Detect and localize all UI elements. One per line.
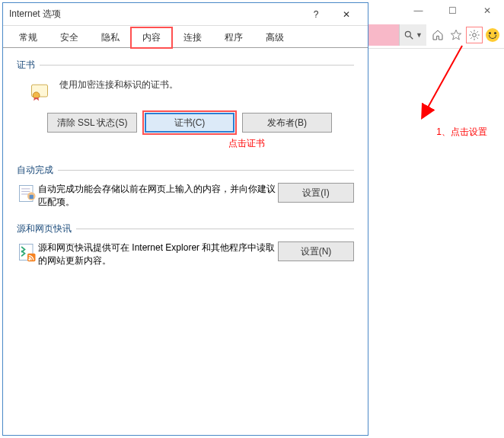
group-title-autocomplete: 自动完成 bbox=[17, 164, 58, 177]
close-icon: ✕ bbox=[343, 9, 350, 20]
tab-content[interactable]: 内容 bbox=[131, 27, 172, 48]
clear-ssl-button[interactable]: 清除 SSL 状态(S) bbox=[47, 113, 137, 133]
close-button[interactable]: ✕ bbox=[470, 0, 504, 21]
tab-general[interactable]: 常规 bbox=[8, 27, 49, 48]
maximize-icon: ☐ bbox=[448, 5, 457, 16]
minimize-button[interactable]: — bbox=[401, 0, 435, 21]
tab-security[interactable]: 安全 bbox=[49, 27, 90, 48]
divider bbox=[40, 65, 354, 66]
tab-connections[interactable]: 连接 bbox=[172, 27, 213, 48]
dialog-title-bar: Internet 选项 ? ✕ bbox=[3, 3, 368, 26]
certificates-button[interactable]: 证书(C) bbox=[145, 113, 234, 133]
search-icon bbox=[404, 30, 414, 40]
certificates-desc: 使用加密连接和标识的证书。 bbox=[59, 78, 354, 92]
internet-options-dialog: Internet 选项 ? ✕ 常规 安全 隐私 内容 连接 程序 高级 证书 … bbox=[2, 2, 368, 436]
annotation-step1: 1、点击设置 bbox=[436, 126, 487, 139]
dialog-help-button[interactable]: ? bbox=[301, 4, 331, 25]
group-head-autocomplete: 自动完成 bbox=[17, 164, 354, 177]
group-certificates: 证书 使用加密连接和标识的证书。 清除 SSL 状态(S) 证书(C) 发布者(… bbox=[17, 59, 354, 150]
certificate-icon bbox=[27, 79, 52, 104]
svg-rect-13 bbox=[27, 254, 36, 262]
dialog-title: Internet 选项 bbox=[9, 8, 301, 21]
star-icon bbox=[450, 29, 462, 41]
browser-toolbar: ▼ bbox=[368, 21, 504, 49]
certificates-row: 使用加密连接和标识的证书。 bbox=[17, 78, 354, 104]
feedback-button[interactable] bbox=[484, 27, 501, 43]
address-bar[interactable] bbox=[368, 24, 399, 46]
feeds-row: 源和网页快讯提供可在 Internet Explorer 和其他程序中读取的网站… bbox=[17, 241, 354, 267]
svg-rect-11 bbox=[30, 195, 33, 199]
divider bbox=[76, 229, 354, 229]
search-dropdown-icon: ▼ bbox=[416, 31, 423, 39]
group-title-certificates: 证书 bbox=[17, 59, 40, 72]
home-button[interactable] bbox=[429, 27, 446, 43]
home-icon bbox=[432, 29, 444, 41]
toolbar-icons bbox=[426, 27, 504, 43]
maximize-button[interactable]: ☐ bbox=[435, 0, 470, 21]
svg-line-1 bbox=[410, 36, 413, 39]
annotation-click-cert: 点击证书 bbox=[139, 137, 354, 150]
search-button[interactable]: ▼ bbox=[399, 24, 426, 46]
feeds-desc: 源和网页快讯提供可在 Internet Explorer 和其他程序中读取的网站… bbox=[38, 241, 278, 267]
group-autocomplete: 自动完成 自动完成功能会存储以前在网页上输入的内容，并向你建议匹配项。 设置(I… bbox=[17, 164, 354, 209]
dialog-close-button[interactable]: ✕ bbox=[331, 4, 362, 25]
tab-programs[interactable]: 程序 bbox=[213, 27, 254, 48]
minimize-icon: — bbox=[414, 5, 423, 16]
svg-point-0 bbox=[405, 31, 410, 37]
feeds-icon bbox=[17, 241, 38, 267]
group-feeds: 源和网页快讯 源和网页快讯提供可在 Internet Explorer 和其他程… bbox=[17, 222, 354, 267]
svg-point-14 bbox=[28, 258, 30, 261]
tab-advanced[interactable]: 高级 bbox=[254, 27, 295, 48]
smiley-icon bbox=[486, 28, 499, 42]
group-head-feeds: 源和网页快讯 bbox=[17, 222, 354, 235]
window-controls: — ☐ ✕ bbox=[368, 0, 504, 21]
close-icon: ✕ bbox=[483, 5, 491, 16]
dialog-tabs: 常规 安全 隐私 内容 连接 程序 高级 bbox=[3, 26, 368, 47]
favorites-button[interactable] bbox=[448, 27, 464, 43]
group-head-certificates: 证书 bbox=[17, 59, 354, 72]
certificates-buttons: 清除 SSL 状态(S) 证书(C) 发布者(B) bbox=[47, 113, 354, 133]
tab-privacy[interactable]: 隐私 bbox=[90, 27, 131, 48]
autocomplete-settings-button[interactable]: 设置(I) bbox=[278, 183, 354, 203]
divider bbox=[58, 170, 354, 171]
tools-button[interactable] bbox=[466, 27, 483, 43]
group-title-feeds: 源和网页快讯 bbox=[17, 222, 76, 235]
browser-chrome: — ☐ ✕ ▼ bbox=[368, 0, 504, 438]
autocomplete-desc: 自动完成功能会存储以前在网页上输入的内容，并向你建议匹配项。 bbox=[38, 183, 278, 209]
gear-icon bbox=[468, 29, 480, 41]
help-icon: ? bbox=[314, 9, 319, 20]
dialog-content: 证书 使用加密连接和标识的证书。 清除 SSL 状态(S) 证书(C) 发布者(… bbox=[3, 48, 368, 292]
autocomplete-row: 自动完成功能会存储以前在网页上输入的内容，并向你建议匹配项。 设置(I) bbox=[17, 183, 354, 209]
autocomplete-icon bbox=[17, 183, 38, 209]
publishers-button[interactable]: 发布者(B) bbox=[242, 113, 332, 133]
feeds-settings-button[interactable]: 设置(N) bbox=[278, 241, 354, 261]
svg-point-2 bbox=[473, 33, 477, 37]
